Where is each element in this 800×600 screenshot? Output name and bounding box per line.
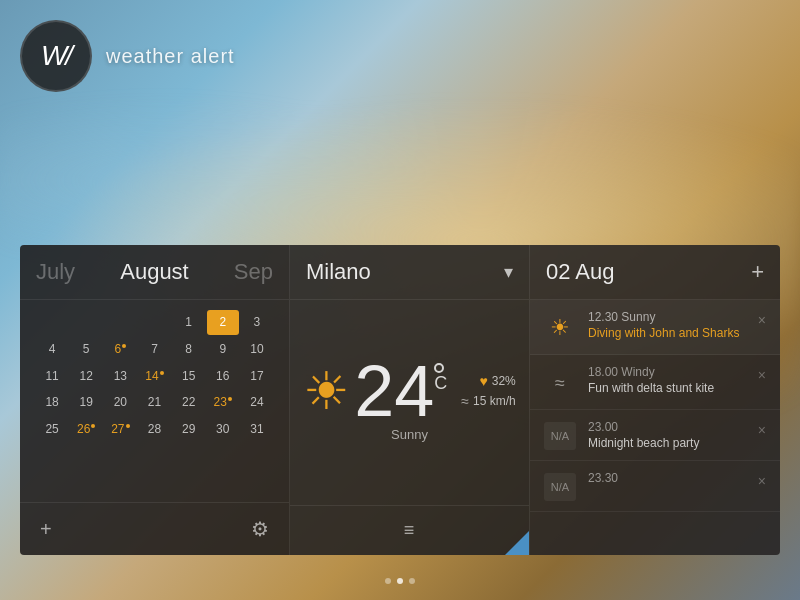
cal-day-dot[interactable]: 26 [70,417,102,442]
event-content: 23.00 Midnight beach party [588,420,746,450]
degree-symbol [434,363,444,373]
cal-day[interactable]: 4 [36,337,68,362]
cal-day[interactable]: 8 [173,337,205,362]
location-icon: ▾ [504,261,513,283]
humidity-value: 32% [492,374,516,388]
cal-day-dot[interactable]: 14 [138,364,170,389]
cal-day-today[interactable]: 2 [207,310,239,335]
weather-condition: Sunny [391,427,428,442]
cal-day[interactable]: 12 [70,364,102,389]
event-close-button[interactable]: × [758,312,766,328]
event-time: 18.00 Windy [588,365,746,379]
events-list: ☀ 12.30 Sunny Diving with John and Shark… [530,300,780,555]
temperature-value: 24 [354,355,434,427]
cal-day[interactable]: 1 [173,310,205,335]
calendar-header: July August Sep [20,245,289,300]
cal-day[interactable]: 3 [241,310,273,335]
page-dot-active[interactable] [397,578,403,584]
events-panel: 02 Aug + ☀ 12.30 Sunny Diving with John … [530,245,780,555]
weather-body: ☀ 24 C ♥ 32% ≈ 15 km/h [290,300,529,505]
add-event-plus-button[interactable]: + [751,259,764,285]
event-time: 23.00 [588,420,746,434]
current-month-label: August [83,259,226,285]
cal-day[interactable]: 11 [36,364,68,389]
cal-day[interactable]: 25 [36,417,68,442]
weather-panel: Milano ▾ ☀ 24 C ♥ 32% [290,245,530,555]
temperature-unit: C [434,363,447,394]
cal-day[interactable]: 31 [241,417,273,442]
event-content: 12.30 Sunny Diving with John and Sharks [588,310,746,340]
cal-day-dot[interactable]: 23 [207,390,239,415]
wind-value: 15 km/h [473,394,516,408]
celsius-label: C [434,373,447,394]
event-title: Diving with John and Sharks [588,326,746,340]
calendar-row: 1 2 3 [36,310,273,335]
cal-day[interactable]: 29 [173,417,205,442]
cal-day[interactable]: 24 [241,390,273,415]
event-close-button[interactable]: × [758,473,766,489]
cal-day-empty [104,310,136,335]
na-event-icon: N/A [544,422,576,450]
prev-month-label: July [36,259,75,285]
wind-row: ≈ 15 km/h [461,393,515,409]
event-title: Fun with delta stunt kite [588,381,746,395]
cal-day-dot[interactable]: 27 [104,417,136,442]
event-title: Midnight beach party [588,436,746,450]
events-date: 02 Aug [546,259,615,285]
cal-day[interactable]: 28 [138,417,170,442]
calendar-grid: 1 2 3 4 5 6 7 8 9 10 11 12 13 14 15 16 1… [20,300,289,502]
event-content: 23.30 [588,471,746,487]
cal-day[interactable]: 16 [207,364,239,389]
logo: W/ [20,20,92,92]
event-time: 12.30 Sunny [588,310,746,324]
weather-header: Milano ▾ [290,245,529,300]
cal-day-dot[interactable]: 6 [104,337,136,362]
event-item: ☀ 12.30 Sunny Diving with John and Shark… [530,300,780,355]
app-title: weather alert [106,45,235,68]
event-close-button[interactable]: × [758,422,766,438]
cal-day[interactable]: 20 [104,390,136,415]
calendar-panel: July August Sep 1 2 3 4 5 6 7 8 9 [20,245,290,555]
cal-day[interactable]: 30 [207,417,239,442]
weather-center: ☀ 24 C ♥ 32% ≈ 15 km/h [303,355,515,427]
cal-day[interactable]: 17 [241,364,273,389]
cal-day-empty [36,310,68,335]
humidity-row: ♥ 32% [479,373,515,389]
weather-footer: ≡ [290,505,529,555]
sun-icon: ☀ [303,365,350,417]
cal-day[interactable]: 22 [173,390,205,415]
event-item: N/A 23.30 × [530,461,780,512]
cal-day[interactable]: 13 [104,364,136,389]
settings-button[interactable]: ⚙ [251,517,269,541]
page-dot[interactable] [385,578,391,584]
menu-icon[interactable]: ≡ [404,520,416,541]
cal-day[interactable]: 15 [173,364,205,389]
wind-event-icon: ≈ [544,367,576,399]
humidity-icon: ♥ [479,373,487,389]
cal-day-empty [138,310,170,335]
logo-icon: W/ [41,40,71,72]
calendar-row: 25 26 27 28 29 30 31 [36,417,273,442]
cal-day[interactable]: 10 [241,337,273,362]
cal-day[interactable]: 19 [70,390,102,415]
weather-details: ♥ 32% ≈ 15 km/h [461,373,515,409]
add-event-button[interactable]: + [40,518,52,541]
page-dots [385,578,415,584]
event-close-button[interactable]: × [758,367,766,383]
cal-day[interactable]: 7 [138,337,170,362]
next-month-label: Sep [234,259,273,285]
cal-day[interactable]: 5 [70,337,102,362]
na-event-icon: N/A [544,473,576,501]
main-panel: July August Sep 1 2 3 4 5 6 7 8 9 [20,245,780,555]
cal-day-empty [70,310,102,335]
events-header: 02 Aug + [530,245,780,300]
event-time: 23.30 [588,471,746,485]
cal-day[interactable]: 18 [36,390,68,415]
calendar-row: 18 19 20 21 22 23 24 [36,390,273,415]
page-dot[interactable] [409,578,415,584]
cal-day[interactable]: 21 [138,390,170,415]
cal-day[interactable]: 9 [207,337,239,362]
calendar-row: 4 5 6 7 8 9 10 [36,337,273,362]
event-content: 18.00 Windy Fun with delta stunt kite [588,365,746,395]
calendar-footer: + ⚙ [20,502,289,555]
